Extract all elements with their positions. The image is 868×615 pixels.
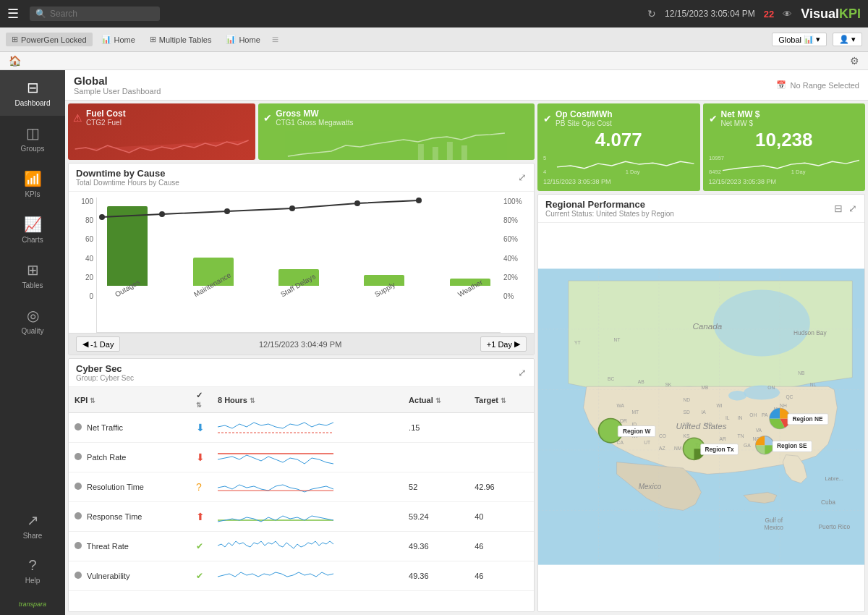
settings-icon[interactable]: ⚙ bbox=[850, 55, 859, 67]
sidebar-item-charts[interactable]: 📈 Charts bbox=[0, 207, 65, 253]
svg-text:ND: ND bbox=[683, 397, 690, 402]
dashboard-title: Global bbox=[74, 75, 161, 87]
status-dot-nettraffic bbox=[75, 423, 82, 430]
transpara-logo: transpara bbox=[12, 593, 54, 615]
target-threatrate: 46 bbox=[469, 532, 534, 561]
check-icon-gross: ✔ bbox=[263, 112, 272, 124]
layers-icon[interactable]: ⊟ bbox=[834, 203, 843, 214]
svg-text:NL: NL bbox=[810, 382, 817, 387]
sidebar-item-dashboard[interactable]: ⊟ Dashboard bbox=[0, 70, 65, 116]
col-header-check[interactable]: ✓ ⇅ bbox=[190, 387, 212, 413]
col-header-target[interactable]: Target ⇅ bbox=[469, 387, 534, 413]
svg-text:MT: MT bbox=[631, 410, 639, 415]
fuel-cost-card[interactable]: ⚠ Fuel Cost CTG2 Fuel bbox=[68, 103, 255, 160]
svg-text:KS: KS bbox=[683, 433, 689, 438]
svg-point-8 bbox=[354, 200, 360, 206]
charts-icon: 📈 bbox=[24, 216, 42, 233]
kpi-name-nettraffic: Net Traffic bbox=[69, 413, 190, 443]
col-header-actual[interactable]: Actual ⇅ bbox=[403, 387, 469, 413]
status-dot-vulnerability bbox=[75, 572, 82, 579]
target-patchrate bbox=[469, 443, 534, 472]
sidebar-item-quality[interactable]: ◎ Quality bbox=[0, 298, 65, 344]
op-cost-header: ✔ Op Cost/MWh PB Site Ops Cost bbox=[543, 109, 694, 127]
gross-mw-card[interactable]: ✔ Gross MW CTG1 Gross Megawatts bbox=[258, 103, 535, 160]
col-header-kpi[interactable]: KPI ⇅ bbox=[69, 387, 190, 413]
svg-text:Mexico: Mexico bbox=[765, 524, 784, 531]
nav-bar: ⊞ PowerGen Locked 📊 Home ⊞ Multiple Tabl… bbox=[0, 27, 868, 52]
sparkline-restime bbox=[212, 472, 403, 502]
top-bar: ☰ 🔍 ↻ 12/15/2023 3:05:04 PM 22 👁 VisualK… bbox=[0, 0, 868, 27]
nav-icon-multipletables: ⊞ bbox=[150, 35, 156, 44]
calendar-icon[interactable]: 📅 bbox=[776, 80, 786, 90]
refresh-icon[interactable]: ↻ bbox=[647, 8, 656, 20]
cyber-expand-icon[interactable]: ⤢ bbox=[518, 367, 527, 378]
chevron-left-icon: ◀ bbox=[82, 339, 88, 349]
dashboard-subtitle: Sample User Dashboard bbox=[74, 87, 161, 96]
nav-item-home2[interactable]: 📊 Home bbox=[220, 33, 265, 46]
nav-item-multipletables[interactable]: ⊞ Multiple Tables bbox=[144, 33, 218, 46]
sidebar-item-kpis[interactable]: 📶 KPIs bbox=[0, 161, 65, 207]
nav-item-home1[interactable]: 📊 Home bbox=[95, 33, 141, 46]
svg-point-5 bbox=[159, 211, 165, 217]
actual-threatrate: 49.36 bbox=[403, 532, 469, 561]
dashboard-title-area: Global Sample User Dashboard bbox=[74, 75, 161, 96]
sidebar-item-tables[interactable]: ⊞ Tables bbox=[0, 253, 65, 298]
net-mw-card[interactable]: ✔ Net MW $ Net MW $ 10,238 10957 bbox=[703, 103, 866, 191]
svg-text:4: 4 bbox=[543, 169, 546, 175]
svg-text:NM: NM bbox=[674, 446, 682, 451]
eye-icon[interactable]: 👁 bbox=[783, 9, 792, 20]
downtime-chart: 100 80 60 40 20 0 bbox=[69, 192, 534, 333]
main-content: Global Sample User Dashboard 📅 No Range … bbox=[65, 70, 868, 615]
actual-vulnerability: 49.36 bbox=[403, 561, 469, 591]
map-expand-icon[interactable]: ⤢ bbox=[848, 203, 857, 214]
sidebar-item-groups[interactable]: ◫ Groups bbox=[0, 116, 65, 161]
col-header-hours[interactable]: 8 Hours ⇅ bbox=[212, 387, 403, 413]
op-cost-card[interactable]: ✔ Op Cost/MWh PB Site Ops Cost 4.077 5 bbox=[537, 103, 700, 191]
panels: ⚠ Fuel Cost CTG2 Fuel bbox=[65, 101, 868, 615]
cyber-sec-header: Cyber Sec Group: Cyber Sec ⤢ bbox=[69, 359, 534, 387]
search-input[interactable] bbox=[50, 9, 144, 19]
svg-text:OR: OR bbox=[620, 418, 627, 423]
status-dot-resptime bbox=[75, 512, 82, 519]
svg-text:Puerto Rico: Puerto Rico bbox=[818, 523, 850, 530]
prev-day-btn[interactable]: ◀ -1 Day bbox=[76, 336, 120, 352]
status-dot-patchrate bbox=[75, 453, 82, 460]
svg-text:NE: NE bbox=[683, 422, 690, 427]
sparkline-svg-threatrate bbox=[218, 535, 333, 556]
svg-text:AZ: AZ bbox=[659, 446, 665, 451]
datetime-display: 12/15/2023 3:05:04 PM bbox=[665, 9, 755, 19]
dashboard-header-right: 📅 No Range Selected bbox=[776, 80, 859, 90]
check-icon-op: ✔ bbox=[543, 113, 552, 124]
trend-icon-patchrate: ⬇ bbox=[196, 451, 205, 463]
global-selector[interactable]: Global 📊 ▾ bbox=[772, 33, 827, 46]
nav-icon-home1: 📊 bbox=[101, 35, 111, 44]
svg-text:Labre...: Labre... bbox=[825, 475, 843, 482]
more-icon[interactable]: ≡ bbox=[272, 33, 278, 46]
map-svg: Canada Hudson Bay United States Mexico G… bbox=[538, 223, 864, 611]
target-restime: 42.96 bbox=[469, 472, 534, 502]
range-label: No Range Selected bbox=[791, 81, 859, 90]
top-bar-right: ↻ 12/15/2023 3:05:04 PM 22 👁 VisualKPI bbox=[647, 7, 861, 22]
user-menu[interactable]: 👤 ▾ bbox=[833, 33, 862, 46]
search-box[interactable]: 🔍 bbox=[30, 7, 160, 21]
svg-text:NH: NH bbox=[780, 403, 787, 408]
kpi-name-threatrate: Threat Rate bbox=[69, 532, 190, 561]
home-icon[interactable]: 🏠 bbox=[9, 55, 21, 67]
map-controls: ⊟ ⤢ bbox=[834, 203, 857, 214]
next-day-btn[interactable]: +1 Day ▶ bbox=[480, 336, 527, 352]
menu-icon[interactable]: ☰ bbox=[7, 6, 19, 22]
alert-count[interactable]: 22 bbox=[764, 9, 774, 20]
downtime-expand-icon[interactable]: ⤢ bbox=[518, 171, 527, 183]
sort-icon-actual: ⇅ bbox=[435, 397, 441, 404]
help-icon: ? bbox=[28, 557, 36, 574]
sort-icon-hours: ⇅ bbox=[250, 397, 255, 404]
svg-point-7 bbox=[289, 205, 295, 211]
sidebar-item-share[interactable]: ↗ Share bbox=[12, 503, 54, 548]
nav-item-powergenlocked[interactable]: ⊞ PowerGen Locked bbox=[6, 33, 93, 46]
svg-rect-0 bbox=[418, 144, 424, 160]
groups-icon: ◫ bbox=[26, 124, 40, 142]
pareto-line-svg bbox=[97, 198, 501, 300]
sidebar-item-help[interactable]: ? Help bbox=[12, 548, 54, 593]
quality-icon: ◎ bbox=[27, 307, 39, 324]
sparkline-nettraffic bbox=[212, 413, 403, 443]
